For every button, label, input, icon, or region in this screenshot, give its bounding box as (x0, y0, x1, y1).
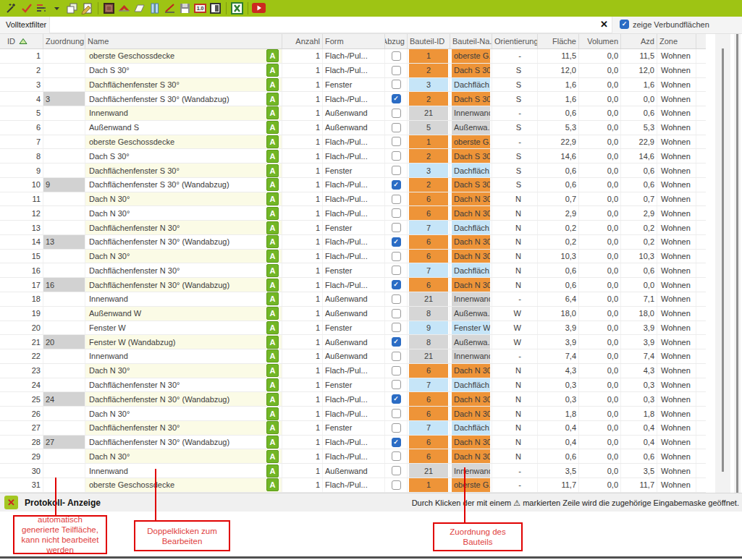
table-row[interactable]: 1413Dachflächenfenster N 30° (Wandabzug)… (0, 235, 706, 250)
table-row[interactable]: 12Dach N 30°A1Flach-/Pul...6Dach N 30°N2… (0, 206, 706, 221)
abzug-checkbox[interactable] (392, 380, 401, 389)
table-row[interactable]: 29Dach N 30°A1Flach-/Pul...6Dach N 30°N0… (0, 449, 706, 464)
column-header-id[interactable]: ID (0, 34, 43, 48)
roof-slope-icon[interactable] (162, 1, 177, 15)
table-row[interactable]: 3Dachflächenfenster S 30°A1Fenster3Dachf… (0, 78, 706, 93)
apply-checkmark-icon[interactable] (19, 1, 34, 15)
fulltext-filter-input[interactable] (53, 18, 595, 32)
vertical-scrollbar-track[interactable] (715, 34, 730, 493)
abzug-checkbox[interactable] (392, 123, 401, 132)
table-row[interactable]: 13Dachflächenfenster N 30°A1Fenster7Dach… (0, 221, 706, 235)
abzug-checkbox[interactable] (392, 66, 401, 75)
abzug-checkbox[interactable] (392, 151, 401, 161)
magic-wand-icon[interactable] (4, 1, 19, 15)
table-row[interactable]: 2120Fenster W (Wandabzug)A1Außenwand✓8Au… (0, 335, 706, 349)
abzug-checkbox[interactable] (392, 208, 401, 218)
component-panel-icon[interactable] (208, 1, 223, 15)
abzug-checkbox[interactable] (392, 195, 401, 204)
table-row[interactable]: 24Dachflächenfenster N 30°A1Fenster7Dach… (0, 378, 706, 393)
abzug-checkbox[interactable] (392, 266, 401, 275)
abzug-checkbox[interactable]: ✓ (392, 94, 401, 103)
column-header-zone[interactable]: Zone (657, 34, 696, 48)
abzug-checkbox[interactable] (392, 352, 401, 361)
table-row[interactable]: 1oberste GeschossdeckeA1Flach-/Pul...1ob… (0, 49, 706, 64)
filter-list-icon[interactable] (34, 1, 49, 15)
table-row[interactable]: 9Dachflächenfenster S 30°A1Fenster3Dachf… (0, 164, 706, 178)
vertical-scrollbar-thumb[interactable] (722, 48, 724, 472)
clear-filter-icon[interactable]: ✕ (600, 19, 608, 30)
table-row[interactable]: 43Dachflächenfenster S 30° (Wandabzug)A1… (0, 92, 706, 106)
edit-document-icon[interactable] (80, 1, 95, 15)
table-row[interactable]: 1716Dachflächenfenster N 30° (Wandabzug)… (0, 278, 706, 292)
ceiling-icon[interactable] (132, 1, 147, 15)
table-row[interactable]: 8Dach S 30°A1Flach-/Pul...2Dach S 30°S14… (0, 149, 706, 164)
table-row[interactable]: 19Außenwand WA1Außenwand8Außenwa...W18,0… (0, 307, 706, 321)
table-row[interactable]: 20Fenster WA1Fenster9Fenster WW3,90,03,9… (0, 321, 706, 336)
abzug-checkbox[interactable] (392, 451, 401, 461)
table-row[interactable]: 16Dachflächenfenster N 30°A1Fenster7Dach… (0, 263, 706, 278)
table-row[interactable]: 2524Dachflächenfenster N 30° (Wandabzug)… (0, 392, 706, 407)
column-header-volumen[interactable]: Volumen (579, 34, 621, 48)
right-panel-scrollbar[interactable] (734, 34, 741, 493)
column-header-name[interactable]: Name (85, 34, 282, 48)
abzug-checkbox[interactable]: ✓ (392, 337, 401, 347)
window-icon[interactable] (147, 1, 162, 15)
table-row[interactable]: 11Dach N 30°A1Flach-/Pul...6Dach N 30°N0… (0, 192, 706, 207)
table-row[interactable]: 5InnenwandA1Außenwand21Innenwand-0,60,00… (0, 106, 706, 121)
abzug-checkbox[interactable] (392, 309, 401, 318)
column-header-zuordnung[interactable]: Zuordnung (43, 34, 85, 48)
abzug-checkbox[interactable] (392, 51, 401, 61)
abzug-checkbox[interactable] (392, 223, 401, 232)
table-row[interactable]: 7oberste GeschossdeckeA1Flach-/Pul...1ob… (0, 135, 706, 150)
column-header-bauteil_id[interactable]: Bauteil-ID (408, 34, 450, 48)
abzug-checkbox[interactable] (392, 366, 401, 376)
checkbox-checked-icon[interactable]: ✓ (620, 20, 629, 29)
column-header-form[interactable]: Form (323, 34, 385, 48)
abzug-checkbox[interactable] (392, 423, 401, 433)
abzug-checkbox[interactable] (392, 252, 401, 261)
abzug-checkbox[interactable] (392, 466, 401, 475)
abzug-checkbox[interactable] (392, 480, 401, 490)
abzug-checkbox[interactable]: ✓ (392, 180, 401, 190)
table-row[interactable]: 2Dach S 30°A1Flach-/Pul...2Dach S 30°S12… (0, 64, 706, 78)
table-row[interactable]: 31oberste GeschossdeckeA1Flach-/Pul...1o… (0, 478, 706, 493)
table-row[interactable]: 2827Dachflächenfenster N 30° (Wandabzug)… (0, 436, 706, 450)
table-row[interactable]: 26Dach N 30°A1Flach-/Pul...6Dach N 30°N1… (0, 407, 706, 421)
table-row[interactable]: 22InnenwandA1Außenwand21Innenwand-7,40,0… (0, 349, 706, 364)
close-protocol-icon[interactable]: ✕ (4, 496, 18, 509)
abzug-checkbox[interactable]: ✓ (392, 280, 401, 289)
abzug-checkbox[interactable] (392, 323, 401, 332)
table-row[interactable]: 18InnenwandA1Außenwand21Innenwand-6,40,0… (0, 292, 706, 307)
abzug-checkbox[interactable] (392, 409, 401, 418)
abzug-checkbox[interactable] (392, 166, 401, 175)
copy-icon[interactable] (64, 1, 80, 15)
show-composite-areas-checkbox[interactable]: ✓ zeige Verbundflächen (620, 20, 709, 29)
table-row[interactable]: 109Dachflächenfenster S 30° (Wandabzug)A… (0, 178, 706, 192)
column-header-orientierung[interactable]: Orientierung (492, 34, 538, 48)
abzug-checkbox[interactable] (392, 80, 401, 89)
youtube-icon[interactable] (251, 1, 266, 15)
abzug-checkbox[interactable] (392, 137, 401, 146)
table-row[interactable]: 15Dach N 30°A1Flach-/Pul...6Dach N 30°N1… (0, 250, 706, 264)
table-row[interactable]: 6Außenwand SA1Außenwand5Außenwa...S5,30,… (0, 121, 706, 135)
abzug-checkbox[interactable]: ✓ (392, 438, 401, 447)
wall-icon[interactable] (101, 1, 117, 15)
roof-icon[interactable] (117, 1, 132, 15)
table-row[interactable]: 27Dachflächenfenster N 30°A1Fenster7Dach… (0, 421, 706, 436)
dropdown-arrow-icon[interactable] (49, 1, 64, 15)
abzug-checkbox[interactable]: ✓ (392, 237, 401, 247)
excel-export-icon[interactable] (229, 1, 245, 15)
column-header-flaeche[interactable]: Fläche (538, 34, 579, 48)
fulltext-filter-field[interactable]: ✕ (49, 17, 612, 33)
scale-1-0-icon[interactable]: 1.0 (193, 1, 208, 15)
table-row[interactable]: 30InnenwandA1Außenwand21Innenwand-3,50,0… (0, 464, 706, 478)
column-header-azd[interactable]: Azd (621, 34, 657, 48)
save-icon[interactable] (177, 1, 193, 15)
column-header-bauteil_name[interactable]: Bauteil-Na... (450, 34, 492, 48)
abzug-checkbox[interactable] (392, 294, 401, 304)
abzug-checkbox[interactable]: ✓ (392, 394, 401, 404)
right-panel-scrollbar-thumb[interactable] (736, 34, 738, 493)
table-row[interactable]: 23Dach N 30°A1Flach-/Pul...6Dach N 30°N4… (0, 364, 706, 378)
column-header-abzug[interactable]: Abzug (385, 34, 408, 48)
abzug-checkbox[interactable] (392, 109, 401, 118)
